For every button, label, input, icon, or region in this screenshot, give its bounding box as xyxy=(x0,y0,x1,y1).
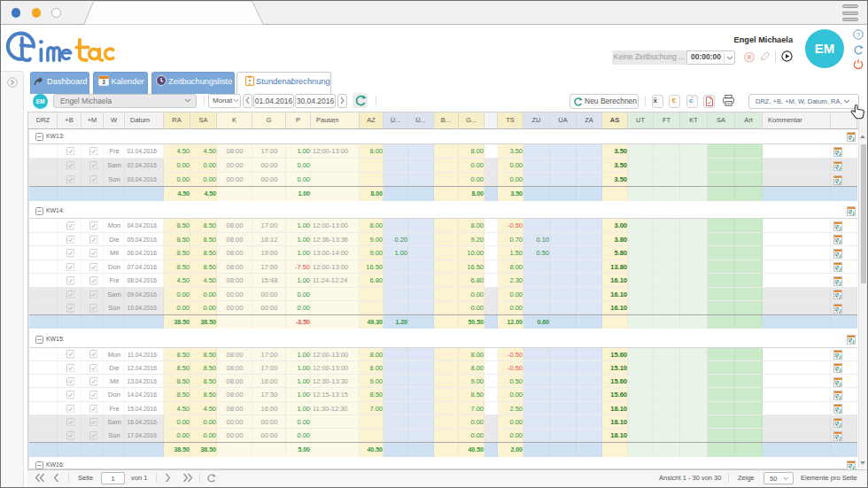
svg-text:3: 3 xyxy=(102,79,105,85)
svg-text:?: ? xyxy=(856,31,861,39)
